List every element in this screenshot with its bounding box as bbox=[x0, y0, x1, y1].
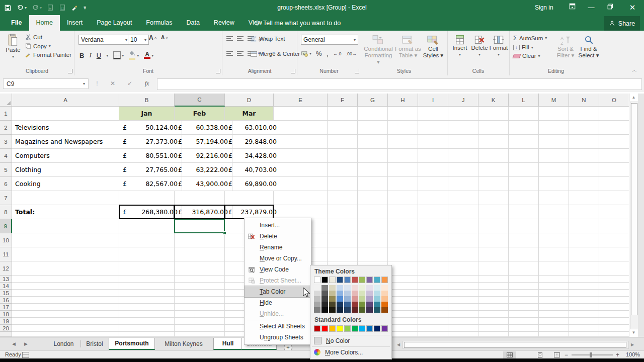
theme-color-shade-white-4[interactable] bbox=[314, 302, 320, 307]
cell-G9[interactable] bbox=[358, 219, 388, 233]
hscroll-left-icon[interactable]: ◀ bbox=[395, 341, 402, 348]
cell-J9[interactable] bbox=[448, 219, 478, 233]
cell-E7[interactable] bbox=[274, 191, 328, 205]
cell-H3[interactable] bbox=[388, 135, 418, 149]
bold-button[interactable]: B bbox=[79, 52, 84, 59]
sheet-tab-portsmouth[interactable]: Portsmouth bbox=[109, 338, 155, 350]
cell-E1[interactable] bbox=[274, 107, 328, 121]
cell-H[interactable] bbox=[388, 332, 418, 337]
delete-cells-button[interactable]: Delete▾ bbox=[470, 35, 489, 58]
cell-C10[interactable] bbox=[175, 233, 225, 247]
cell-F4[interactable] bbox=[328, 149, 358, 163]
theme-color-shade-aqua-2[interactable] bbox=[374, 291, 380, 296]
cell-O8[interactable] bbox=[599, 205, 629, 219]
cell-I18[interactable] bbox=[418, 311, 448, 318]
column-header-E[interactable]: E bbox=[274, 94, 328, 107]
cell-H19[interactable] bbox=[388, 318, 418, 325]
theme-color-shade-black-1[interactable] bbox=[321, 285, 328, 291]
zoom-in-button[interactable]: + bbox=[616, 351, 619, 358]
row-header-10[interactable]: 10 bbox=[0, 233, 12, 247]
cell-I10[interactable] bbox=[418, 233, 448, 247]
cell-K4[interactable] bbox=[478, 149, 509, 163]
cell-J[interactable] bbox=[448, 332, 478, 337]
cell-B18[interactable] bbox=[119, 311, 175, 318]
sign-in-button[interactable]: Sign in bbox=[531, 0, 557, 15]
cell-L17[interactable] bbox=[509, 304, 539, 311]
cell-N4[interactable] bbox=[569, 149, 599, 163]
theme-color-shade-olive-green-5[interactable] bbox=[359, 307, 365, 313]
underline-button[interactable]: U bbox=[97, 52, 101, 59]
cell-O7[interactable] bbox=[599, 191, 629, 205]
cell-O3[interactable] bbox=[599, 135, 629, 149]
cell-N20[interactable] bbox=[569, 325, 599, 332]
cell-K[interactable] bbox=[478, 332, 509, 337]
cell-A20[interactable] bbox=[12, 325, 119, 332]
clear-button[interactable]: Clear▾ bbox=[513, 53, 547, 59]
theme-color-shade-orange-2[interactable] bbox=[381, 291, 388, 296]
cell-M11[interactable] bbox=[539, 247, 569, 261]
cell-B8[interactable]: £268,380.00 bbox=[119, 205, 182, 219]
row-header-18[interactable]: 18 bbox=[0, 311, 12, 318]
cell-F5[interactable] bbox=[328, 163, 358, 177]
row-header-12[interactable]: 12 bbox=[0, 261, 12, 276]
column-header-G[interactable]: G bbox=[358, 94, 388, 107]
column-header-A[interactable]: A bbox=[12, 94, 119, 107]
cell-H4[interactable] bbox=[388, 149, 418, 163]
theme-color-shade-dark-blue-1[interactable] bbox=[337, 285, 343, 291]
cell-I[interactable] bbox=[418, 332, 448, 337]
formula-input[interactable] bbox=[157, 78, 642, 90]
cell-F9[interactable] bbox=[328, 219, 358, 233]
cell-J18[interactable] bbox=[448, 311, 478, 318]
cell-H15[interactable] bbox=[388, 290, 418, 297]
cell-N12[interactable] bbox=[569, 261, 599, 276]
theme-color-swatch-blue[interactable] bbox=[344, 277, 351, 283]
cell-L3[interactable] bbox=[509, 135, 539, 149]
cell-O2[interactable] bbox=[599, 121, 629, 135]
theme-color-shade-blue-5[interactable] bbox=[344, 307, 351, 313]
theme-color-shade-black-3[interactable] bbox=[321, 296, 328, 302]
ribbon-tab-review[interactable]: Review bbox=[207, 15, 242, 31]
cell-D2[interactable]: £63,010.00 bbox=[225, 121, 281, 135]
wrap-text-button[interactable]: Wrap Text bbox=[251, 36, 285, 42]
cell-B15[interactable] bbox=[119, 290, 175, 297]
theme-color-shade-tan-1[interactable] bbox=[329, 285, 336, 291]
zoom-slider[interactable] bbox=[572, 354, 613, 355]
cell-A19[interactable] bbox=[12, 318, 119, 325]
cell-F1[interactable] bbox=[328, 107, 358, 121]
cell-I14[interactable] bbox=[418, 283, 448, 290]
cell-I1[interactable] bbox=[418, 107, 448, 121]
cell-O11[interactable] bbox=[599, 247, 629, 261]
theme-color-swatch-tan[interactable] bbox=[329, 277, 336, 283]
cell-B17[interactable] bbox=[119, 304, 175, 311]
copy-button[interactable]: Copy▾ bbox=[25, 43, 71, 49]
cell-B5[interactable]: £27,765.00 bbox=[119, 163, 182, 177]
cell-M19[interactable] bbox=[539, 318, 569, 325]
increase-font-size-button[interactable]: A˄ bbox=[149, 35, 156, 40]
cell-A8[interactable]: Total: bbox=[12, 205, 122, 219]
cell-L1[interactable] bbox=[509, 107, 539, 121]
insert-function-icon[interactable]: fx bbox=[141, 78, 153, 89]
theme-color-shade-white-3[interactable] bbox=[314, 296, 320, 302]
column-header-L[interactable]: L bbox=[509, 94, 539, 107]
row-header-9[interactable]: 9 bbox=[0, 219, 12, 233]
column-header-B[interactable]: B bbox=[119, 94, 175, 107]
cell-N11[interactable] bbox=[569, 247, 599, 261]
cell-H18[interactable] bbox=[388, 311, 418, 318]
cell-A17[interactable] bbox=[12, 304, 119, 311]
cell-B9[interactable] bbox=[119, 219, 175, 233]
theme-color-shade-dark-blue-2[interactable] bbox=[337, 291, 343, 296]
sheet-tab-london[interactable]: London bbox=[47, 338, 80, 350]
cell-C2[interactable]: £60,338.00 bbox=[175, 121, 232, 135]
theme-color-shade-purple-4[interactable] bbox=[366, 302, 373, 307]
format-painter-button[interactable]: Format Painter bbox=[25, 52, 71, 58]
cell-N3[interactable] bbox=[569, 135, 599, 149]
sheet-tab-milton-keynes[interactable]: Milton Keynes bbox=[154, 338, 213, 350]
cell-A16[interactable] bbox=[12, 297, 119, 304]
cell-A6[interactable]: Cooking bbox=[12, 177, 122, 191]
cell-O[interactable] bbox=[599, 332, 629, 337]
column-header-H[interactable]: H bbox=[388, 94, 418, 107]
minimize-button[interactable]: — bbox=[583, 0, 600, 15]
cell-L15[interactable] bbox=[509, 290, 539, 297]
cell-M20[interactable] bbox=[539, 325, 569, 332]
theme-color-shade-red-2[interactable] bbox=[352, 291, 358, 296]
